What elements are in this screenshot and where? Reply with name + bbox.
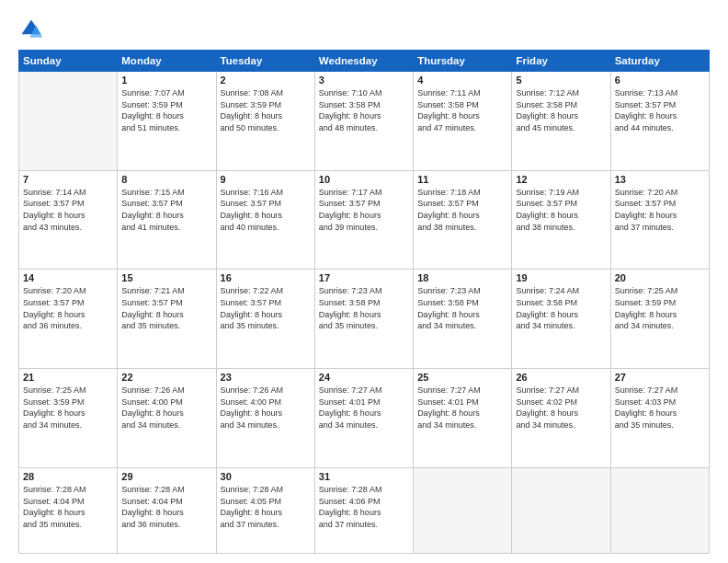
calendar-cell: 16Sunrise: 7:22 AMSunset: 3:57 PMDayligh…	[216, 270, 314, 369]
calendar-cell	[610, 467, 709, 553]
calendar-cell: 13Sunrise: 7:20 AMSunset: 3:57 PMDayligh…	[610, 170, 709, 270]
calendar-cell	[414, 467, 512, 553]
day-number: 18	[417, 272, 507, 283]
day-info: Sunrise: 7:27 AMSunset: 4:01 PMDaylight:…	[319, 385, 409, 431]
day-number: 10	[319, 174, 409, 185]
day-info: Sunrise: 7:22 AMSunset: 3:57 PMDaylight:…	[221, 285, 311, 331]
day-info: Sunrise: 7:14 AMSunset: 3:57 PMDaylight:…	[23, 187, 113, 233]
calendar-cell: 22Sunrise: 7:26 AMSunset: 4:00 PMDayligh…	[118, 369, 216, 468]
day-number: 29	[121, 471, 211, 482]
calendar: SundayMondayTuesdayWednesdayThursdayFrid…	[18, 50, 710, 554]
calendar-cell: 9Sunrise: 7:16 AMSunset: 3:57 PMDaylight…	[216, 170, 314, 270]
col-header-sunday: Sunday	[19, 51, 118, 72]
header	[18, 17, 710, 42]
calendar-cell: 8Sunrise: 7:15 AMSunset: 3:57 PMDaylight…	[118, 170, 216, 270]
day-info: Sunrise: 7:23 AMSunset: 3:58 PMDaylight:…	[319, 285, 409, 331]
calendar-cell: 27Sunrise: 7:27 AMSunset: 4:03 PMDayligh…	[610, 369, 709, 468]
day-info: Sunrise: 7:27 AMSunset: 4:01 PMDaylight:…	[417, 385, 507, 431]
calendar-cell: 14Sunrise: 7:20 AMSunset: 3:57 PMDayligh…	[19, 270, 118, 369]
col-header-wednesday: Wednesday	[314, 51, 413, 72]
calendar-cell: 26Sunrise: 7:27 AMSunset: 4:02 PMDayligh…	[512, 369, 610, 468]
day-info: Sunrise: 7:19 AMSunset: 3:57 PMDaylight:…	[516, 187, 606, 233]
page: SundayMondayTuesdayWednesdayThursdayFrid…	[0, 0, 728, 563]
day-info: Sunrise: 7:28 AMSunset: 4:04 PMDaylight:…	[121, 484, 211, 530]
logo	[18, 17, 48, 42]
week-row-1: 1Sunrise: 7:07 AMSunset: 3:59 PMDaylight…	[19, 72, 710, 171]
day-number: 28	[23, 471, 113, 482]
day-info: Sunrise: 7:24 AMSunset: 3:58 PMDaylight:…	[516, 285, 606, 331]
calendar-cell	[19, 72, 118, 171]
calendar-cell: 19Sunrise: 7:24 AMSunset: 3:58 PMDayligh…	[512, 270, 610, 369]
day-number: 21	[23, 372, 113, 383]
day-info: Sunrise: 7:10 AMSunset: 3:58 PMDaylight:…	[319, 87, 409, 133]
calendar-cell: 30Sunrise: 7:28 AMSunset: 4:05 PMDayligh…	[216, 467, 314, 553]
day-number: 13	[615, 174, 705, 185]
col-header-saturday: Saturday	[610, 51, 709, 72]
calendar-header-row: SundayMondayTuesdayWednesdayThursdayFrid…	[19, 51, 710, 72]
calendar-cell: 5Sunrise: 7:12 AMSunset: 3:58 PMDaylight…	[512, 72, 610, 171]
day-number: 4	[417, 75, 507, 86]
calendar-cell: 21Sunrise: 7:25 AMSunset: 3:59 PMDayligh…	[19, 369, 118, 468]
day-info: Sunrise: 7:17 AMSunset: 3:57 PMDaylight:…	[319, 187, 409, 233]
calendar-cell: 10Sunrise: 7:17 AMSunset: 3:57 PMDayligh…	[314, 170, 413, 270]
day-info: Sunrise: 7:21 AMSunset: 3:57 PMDaylight:…	[121, 285, 211, 331]
day-number: 17	[319, 272, 409, 283]
day-number: 24	[319, 372, 409, 383]
day-number: 11	[417, 174, 507, 185]
day-number: 20	[615, 272, 705, 283]
day-number: 6	[615, 75, 705, 86]
day-number: 2	[221, 75, 311, 86]
col-header-tuesday: Tuesday	[216, 51, 314, 72]
day-number: 3	[319, 75, 409, 86]
calendar-cell: 12Sunrise: 7:19 AMSunset: 3:57 PMDayligh…	[512, 170, 610, 270]
day-number: 30	[221, 471, 311, 482]
calendar-cell: 23Sunrise: 7:26 AMSunset: 4:00 PMDayligh…	[216, 369, 314, 468]
day-info: Sunrise: 7:18 AMSunset: 3:57 PMDaylight:…	[417, 187, 507, 233]
logo-icon	[18, 17, 44, 42]
day-info: Sunrise: 7:20 AMSunset: 3:57 PMDaylight:…	[615, 187, 705, 233]
calendar-cell: 20Sunrise: 7:25 AMSunset: 3:59 PMDayligh…	[610, 270, 709, 369]
col-header-friday: Friday	[512, 51, 610, 72]
calendar-cell: 11Sunrise: 7:18 AMSunset: 3:57 PMDayligh…	[414, 170, 512, 270]
calendar-cell: 7Sunrise: 7:14 AMSunset: 3:57 PMDaylight…	[19, 170, 118, 270]
day-info: Sunrise: 7:28 AMSunset: 4:06 PMDaylight:…	[319, 484, 409, 530]
day-number: 23	[221, 372, 311, 383]
day-info: Sunrise: 7:13 AMSunset: 3:57 PMDaylight:…	[615, 87, 705, 133]
calendar-cell: 1Sunrise: 7:07 AMSunset: 3:59 PMDaylight…	[118, 72, 216, 171]
day-info: Sunrise: 7:08 AMSunset: 3:59 PMDaylight:…	[221, 87, 311, 133]
calendar-cell: 25Sunrise: 7:27 AMSunset: 4:01 PMDayligh…	[414, 369, 512, 468]
calendar-cell: 31Sunrise: 7:28 AMSunset: 4:06 PMDayligh…	[314, 467, 413, 553]
day-number: 9	[221, 174, 311, 185]
day-number: 25	[417, 372, 507, 383]
calendar-cell: 24Sunrise: 7:27 AMSunset: 4:01 PMDayligh…	[314, 369, 413, 468]
day-number: 19	[516, 272, 606, 283]
calendar-cell: 3Sunrise: 7:10 AMSunset: 3:58 PMDaylight…	[314, 72, 413, 171]
calendar-cell: 18Sunrise: 7:23 AMSunset: 3:58 PMDayligh…	[414, 270, 512, 369]
calendar-cell: 28Sunrise: 7:28 AMSunset: 4:04 PMDayligh…	[19, 467, 118, 553]
day-info: Sunrise: 7:27 AMSunset: 4:02 PMDaylight:…	[516, 385, 606, 431]
day-info: Sunrise: 7:23 AMSunset: 3:58 PMDaylight:…	[417, 285, 507, 331]
day-number: 26	[516, 372, 606, 383]
calendar-cell: 17Sunrise: 7:23 AMSunset: 3:58 PMDayligh…	[314, 270, 413, 369]
day-number: 15	[121, 272, 211, 283]
week-row-3: 14Sunrise: 7:20 AMSunset: 3:57 PMDayligh…	[19, 270, 710, 369]
day-info: Sunrise: 7:28 AMSunset: 4:04 PMDaylight:…	[23, 484, 113, 530]
calendar-cell	[512, 467, 610, 553]
day-info: Sunrise: 7:27 AMSunset: 4:03 PMDaylight:…	[615, 385, 705, 431]
day-info: Sunrise: 7:12 AMSunset: 3:58 PMDaylight:…	[516, 87, 606, 133]
calendar-cell: 2Sunrise: 7:08 AMSunset: 3:59 PMDaylight…	[216, 72, 314, 171]
week-row-2: 7Sunrise: 7:14 AMSunset: 3:57 PMDaylight…	[19, 170, 710, 270]
day-info: Sunrise: 7:28 AMSunset: 4:05 PMDaylight:…	[221, 484, 311, 530]
day-number: 16	[221, 272, 311, 283]
week-row-4: 21Sunrise: 7:25 AMSunset: 3:59 PMDayligh…	[19, 369, 710, 468]
day-number: 14	[23, 272, 113, 283]
col-header-thursday: Thursday	[414, 51, 512, 72]
calendar-cell: 4Sunrise: 7:11 AMSunset: 3:58 PMDaylight…	[414, 72, 512, 171]
day-info: Sunrise: 7:16 AMSunset: 3:57 PMDaylight:…	[221, 187, 311, 233]
day-number: 22	[121, 372, 211, 383]
calendar-cell: 6Sunrise: 7:13 AMSunset: 3:57 PMDaylight…	[610, 72, 709, 171]
calendar-cell: 29Sunrise: 7:28 AMSunset: 4:04 PMDayligh…	[118, 467, 216, 553]
calendar-cell: 15Sunrise: 7:21 AMSunset: 3:57 PMDayligh…	[118, 270, 216, 369]
day-number: 5	[516, 75, 606, 86]
day-info: Sunrise: 7:26 AMSunset: 4:00 PMDaylight:…	[221, 385, 311, 431]
